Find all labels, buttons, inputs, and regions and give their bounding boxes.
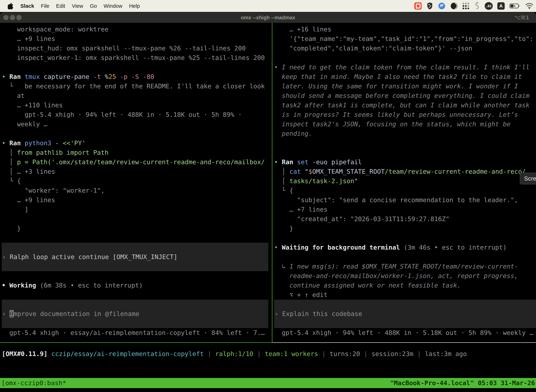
pane-bottom-border-left [0, 342, 272, 343]
terminal-window: omx --xhigh --madmax ⌥⌘1 workspace_mode:… [0, 12, 536, 392]
battery-charging-icon[interactable] [509, 3, 521, 9]
count-badge-icon[interactable]: ..61 [485, 2, 493, 10]
terminal-line: } [274, 224, 536, 233]
terminal-line: └ { [274, 186, 536, 195]
terminal-line: … +16 lines [274, 25, 536, 34]
terminal-line: workspace_mode: worktree [2, 25, 272, 34]
terminal-line: • I need to get the claim token from the… [274, 62, 536, 72]
terminal: workspace_mode: worktree … +9 lines insp… [0, 23, 536, 392]
status-icons: ..61 A [414, 2, 534, 10]
terminal-line: › Explain this codebase [274, 309, 536, 319]
dots-grid-icon[interactable] [463, 3, 469, 9]
terminal-line: … +9 lines [2, 34, 272, 44]
tmux-host-clock: "MacBook-Pro-44.local" 05:03 31-Mar-26 [390, 378, 535, 388]
terminal-line: "created_at": "2026-03-31T11:59:27.816Z" [274, 214, 536, 224]
prompt-input[interactable]: › Explain this codebase [274, 300, 536, 328]
blank-line [274, 252, 536, 262]
title-bar[interactable]: omx --xhigh --madmax ⌥⌘1 [0, 12, 536, 23]
terminal-line: │ p = Path('.omx/state/team/review-curre… [2, 157, 272, 167]
ralph-loop-banner: › Ralph loop active continue [OMX_TMUX_I… [2, 243, 268, 271]
blank-line [2, 271, 272, 281]
terminal-line: gpt-5.4 xhigh · 94% left · 488K in · 5.1… [2, 110, 272, 119]
terminal-line: └ be necessary for the end of the README… [2, 81, 272, 91]
pane-bottom-border-right [273, 342, 536, 343]
tmux-pane-left[interactable]: workspace_mode: worktree … +9 lines insp… [0, 23, 272, 343]
terminal-line: continue assigned work or next feasible … [274, 281, 536, 290]
terminal-line: at [2, 91, 272, 100]
blank-line [2, 62, 272, 72]
terminal-line: • Ran tmux capture-pane -t %25 -p -S -80 [2, 72, 272, 81]
terminal-line: • Working (6m 38s • esc to interrupt) [2, 281, 272, 290]
terminal-line: › Ralph loop active continue [OMX_TMUX_I… [2, 252, 268, 262]
terminal-line: • Ran set -euo pipefail [274, 157, 536, 167]
terminal-line: inspect_worker-1: omx sparkshell --tmux-… [2, 53, 272, 62]
blank-line [2, 214, 272, 224]
terminal-line: } [2, 224, 272, 233]
terminal-line: keep that in mind. Maybe I also need the… [274, 72, 536, 81]
terminal-line: "completed","claim_token":"claim-token"}… [274, 44, 536, 53]
prompt-input[interactable]: › Improve documentation in @filename [2, 300, 268, 328]
chain-icon[interactable] [474, 2, 480, 10]
terminal-line: │ from pathlib import Path [2, 148, 272, 157]
terminal-line: inspect task2's JSON, focusing on the st… [274, 119, 536, 129]
terminal-line: inspect_hud: omx sparkshell --tmux-pane … [2, 44, 272, 53]
tmux-session-label: [omx-cczip0:bash* [0, 379, 66, 387]
menu-view[interactable]: View [72, 3, 83, 9]
blank-line [2, 233, 272, 243]
terminal-line: "subject": "send a concise recommendatio… [274, 195, 536, 205]
terminal-line: gpt-5.4 xhigh · 94% left · 488K in · 5.1… [274, 328, 536, 338]
omx-status-line: [OMX#0.11.9] cczip/essay/ai-reimplementa… [2, 349, 467, 359]
wifi-icon[interactable] [525, 3, 534, 9]
screen: Slack FileEditViewGoWindowHelp [0, 0, 536, 392]
menu-go[interactable]: Go [90, 3, 97, 9]
apple-menu-icon[interactable] [8, 2, 14, 9]
menu-edit[interactable]: Edit [56, 3, 65, 9]
menu-items: FileEditViewGoWindowHelp [34, 3, 140, 9]
shield-icon[interactable] [426, 2, 433, 10]
menu-help[interactable]: Help [129, 3, 140, 9]
terminal-line: … +110 lines [2, 100, 272, 110]
screen-overlay-tooltip: Scre [520, 173, 536, 184]
terminal-line: '{"team_name":"my-team","task_id":"1","f… [274, 34, 536, 44]
window-title: omx --xhigh --madmax [0, 15, 536, 21]
terminal-line: › Improve documentation in @filename [2, 309, 268, 319]
window-shortcut-badge: ⌥⌘1 [514, 14, 529, 21]
terminal-line: │ tasks/task-2.json" [274, 176, 536, 186]
terminal-line: │ … +3 lines [2, 167, 272, 176]
terminal-line: should send a message before completing … [274, 91, 536, 100]
terminal-line: … +9 lines [2, 195, 272, 205]
menu-bar: Slack FileEditViewGoWindowHelp [0, 0, 536, 12]
moon-icon[interactable] [450, 2, 458, 10]
terminal-line: gpt-5.4 xhigh · essay/ai-reimplementatio… [2, 328, 272, 338]
blank-line [2, 129, 272, 138]
terminal-line: ↳ 1 new msg(s): read $OMX_TEAM_STATE_ROO… [274, 262, 536, 271]
terminal-line: … +7 lines [274, 205, 536, 214]
blank-line [274, 233, 536, 243]
terminal-line: • Ran python3 - <<'PY' [2, 138, 272, 148]
terminal-line: task2 after task1 is complete, but can I… [274, 100, 536, 110]
blank-line [2, 290, 272, 300]
terminal-line: ] [2, 205, 272, 214]
tmux-status-bar: [omx-cczip0:bash* "MacBook-Pro-44.local"… [0, 378, 536, 388]
chat-app-icon[interactable] [414, 2, 422, 10]
terminal-line: ⌥ + ↑ edit [274, 290, 536, 300]
terminal-line: "worker": "worker-1", [2, 186, 272, 195]
menu-app-name[interactable]: Slack [20, 3, 34, 9]
menu-file[interactable]: File [41, 3, 49, 9]
terminal-line: is in progress? It seems likely but perh… [274, 110, 536, 119]
sync-badge-icon[interactable] [438, 2, 446, 10]
terminal-line: readme-and-reco/mailbox/worker-1.json, a… [274, 271, 536, 281]
menu-window[interactable]: Window [104, 3, 122, 9]
terminal-line: └ { [2, 176, 272, 186]
tmux-pane-right[interactable]: … +16 lines '{"team_name":"my-team","tas… [273, 23, 536, 343]
terminal-line: weekly … [2, 119, 272, 129]
terminal-line: │ cat "$OMX_TEAM_STATE_ROOT/team/review-… [274, 167, 536, 176]
input-source-icon[interactable]: A [497, 2, 505, 10]
blank-line [274, 53, 536, 62]
terminal-line: later. Using the same for transition mig… [274, 81, 536, 91]
terminal-line: pending. [274, 129, 536, 138]
blank-line [274, 138, 536, 157]
terminal-line: • Waiting for background terminal (3m 46… [274, 243, 536, 252]
